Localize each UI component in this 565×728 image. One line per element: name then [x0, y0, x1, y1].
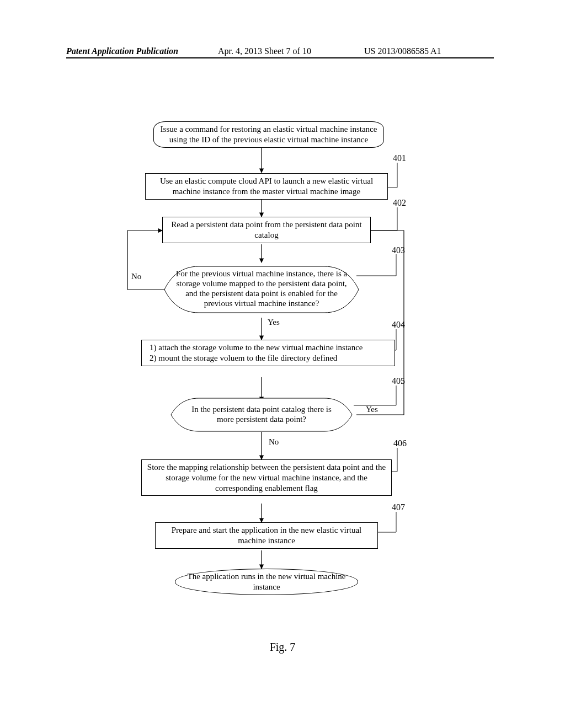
ref-404: 404	[392, 320, 405, 330]
header-publication: Patent Application Publication	[66, 46, 178, 56]
node-403: For the previous virtual machine instanc…	[173, 269, 350, 308]
node-406: Store the mapping relationship between t…	[141, 459, 392, 496]
node-405: In the persistent data point catalog the…	[184, 404, 339, 424]
header-pubnum: US 2013/0086585 A1	[364, 46, 441, 56]
node-end: The application runs in the new virtual …	[175, 569, 358, 595]
ref-405: 405	[392, 376, 405, 386]
ref-403: 403	[392, 245, 405, 255]
label-405-no: No	[269, 437, 279, 447]
ref-407: 407	[392, 502, 405, 512]
label-403-yes: Yes	[268, 318, 280, 327]
node-404: 1) attach the storage volume to the new …	[141, 340, 395, 366]
header-date-sheet: Apr. 4, 2013 Sheet 7 of 10	[218, 46, 311, 56]
ref-402: 402	[393, 198, 406, 208]
ref-401: 401	[393, 153, 406, 163]
ref-406: 406	[393, 438, 407, 448]
header-rule	[66, 57, 494, 58]
page: Patent Application Publication Apr. 4, 2…	[0, 0, 565, 728]
label-405-yes: Yes	[366, 405, 378, 414]
node-start: Issue a command for restoring an elastic…	[153, 121, 384, 148]
node-401: Use an elastic compute cloud API to laun…	[145, 173, 388, 200]
node-402: Read a persistent data point from the pe…	[162, 217, 371, 243]
label-403-no: No	[131, 272, 141, 281]
figure-caption: Fig. 7	[0, 641, 565, 654]
node-407: Prepare and start the application in the…	[155, 522, 378, 549]
